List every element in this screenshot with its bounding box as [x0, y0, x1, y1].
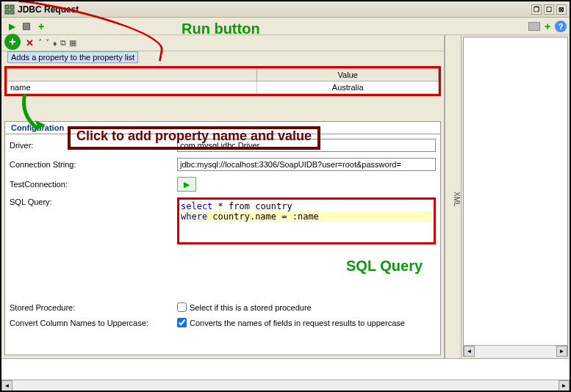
- annotation-click-add-text: Click to add property name and value: [76, 128, 312, 143]
- scroll-track[interactable]: [475, 346, 556, 357]
- configuration-panel: Driver: Connection String: TestConnectio…: [4, 134, 441, 355]
- convert-columns-label: Convert Column Names to Uppercase:: [10, 319, 177, 327]
- run-toolbar: ▶ + Run button + ?: [1, 18, 570, 35]
- titlebar: JDBC Request ❐ ☐ ⊠: [1, 1, 570, 18]
- close-button[interactable]: ⊠: [556, 4, 567, 15]
- add-property-button[interactable]: +: [4, 34, 21, 50]
- annotation-arrow-add: [16, 92, 46, 137]
- scroll-right-button[interactable]: ►: [556, 346, 567, 357]
- property-header-name[interactable]: [7, 69, 257, 81]
- wizard-icon[interactable]: [528, 22, 540, 31]
- right-panel: XML ◄ ►: [445, 35, 570, 358]
- paste-icon[interactable]: ▦: [69, 38, 76, 48]
- property-header-value[interactable]: Value: [257, 69, 439, 81]
- connection-string-input[interactable]: [177, 158, 436, 171]
- bottom-scroll-right-button[interactable]: ►: [559, 380, 570, 391]
- stored-procedure-check-text: Select if this is a stored procedure: [190, 303, 312, 312]
- bottom-scroll-left-button[interactable]: ◄: [1, 380, 12, 391]
- sql-line2-rest: country.name = :name: [207, 211, 319, 222]
- annotation-sql-query: SQL Query: [346, 258, 436, 275]
- svg-rect-1: [10, 5, 14, 9]
- help-button[interactable]: ?: [555, 21, 567, 32]
- move-down-icon[interactable]: ˅: [46, 38, 50, 48]
- test-connection-label: TestConnection:: [10, 180, 177, 189]
- property-table[interactable]: Value name Australia: [7, 68, 439, 94]
- add-property-tooltip: Adds a property to the property list: [7, 51, 138, 63]
- tab-xml[interactable]: XML: [445, 35, 462, 358]
- sort-icon[interactable]: ♦: [53, 39, 57, 48]
- stored-procedure-label: Stored Procedure:: [10, 303, 177, 312]
- xml-scrollbar[interactable]: ◄ ►: [464, 345, 567, 356]
- annotation-run-label: Run button: [182, 21, 260, 37]
- sql-query-label: SQL Query:: [10, 197, 177, 206]
- bottom-scroll-track[interactable]: [12, 380, 559, 391]
- property-toolbar: + ✕ ˄ ˅ ♦ ⧉ ▦ Adds a property to the pro…: [1, 35, 444, 51]
- bottom-dock-panel: ◄ ►: [1, 358, 570, 391]
- move-up-icon[interactable]: ˄: [38, 38, 43, 48]
- stop-button[interactable]: [21, 21, 32, 32]
- window-title: JDBC Request: [18, 4, 79, 15]
- convert-columns-check-text: Converts the names of fields in request …: [190, 319, 405, 327]
- sql-kw-where: where: [181, 211, 207, 222]
- connection-string-label: Connection String:: [10, 160, 177, 169]
- run-button[interactable]: ▶: [6, 21, 18, 32]
- table-row[interactable]: name Australia: [7, 81, 439, 94]
- property-name-cell[interactable]: name: [7, 81, 257, 94]
- stored-procedure-checkbox[interactable]: [177, 302, 187, 312]
- maximize-button[interactable]: ☐: [544, 4, 554, 15]
- bottom-scrollbar[interactable]: ◄ ►: [1, 380, 570, 391]
- svg-rect-2: [5, 10, 9, 14]
- convert-columns-checkbox[interactable]: [177, 318, 187, 327]
- sql-query-annot-border: select * from country where country.name…: [177, 197, 436, 244]
- sql-line1-rest: * from country: [212, 201, 292, 211]
- sql-query-input[interactable]: select * from country where country.name…: [179, 200, 434, 242]
- xml-output-pane[interactable]: ◄ ►: [463, 37, 568, 357]
- sql-kw-select: select: [181, 201, 212, 211]
- test-connection-button[interactable]: ▶: [177, 177, 196, 192]
- property-table-annot-border: Value name Australia: [4, 66, 441, 96]
- scroll-left-button[interactable]: ◄: [464, 346, 475, 357]
- restore-button[interactable]: ❐: [531, 4, 542, 15]
- svg-rect-0: [5, 5, 9, 9]
- copy-icon[interactable]: ⧉: [60, 38, 66, 48]
- svg-rect-3: [10, 10, 14, 14]
- jdbc-icon: [4, 4, 15, 15]
- property-value-cell[interactable]: Australia: [257, 81, 439, 94]
- add-button[interactable]: +: [35, 21, 47, 32]
- remove-property-button[interactable]: ✕: [24, 37, 35, 49]
- annotation-click-add: Click to add property name and value: [68, 126, 320, 150]
- add-assertion-button[interactable]: +: [542, 21, 553, 32]
